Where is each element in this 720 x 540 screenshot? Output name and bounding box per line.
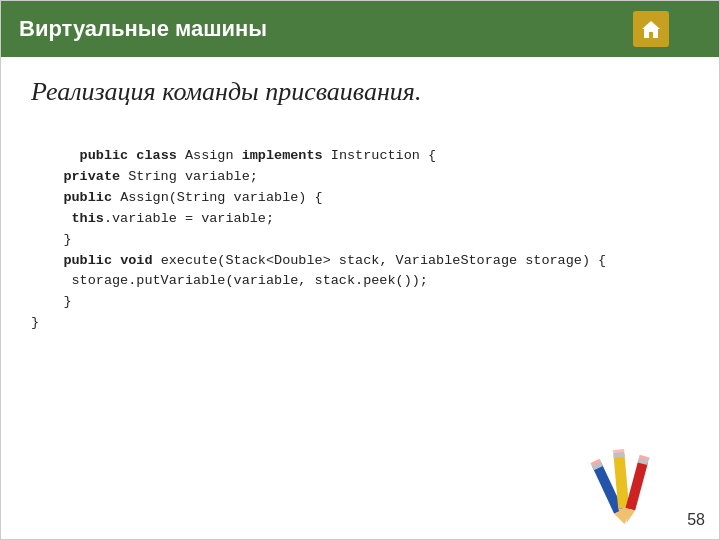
code-line-8: } [31, 294, 72, 309]
code-line-2: private String variable; [31, 169, 258, 184]
code-line-6: public void execute(Stack<Double> stack,… [31, 253, 606, 268]
header: Виртуальные машины [1, 1, 719, 57]
code-line-1: public class Assign implements Instructi… [80, 148, 437, 163]
code-line-3: public Assign(String variable) { [31, 190, 323, 205]
code-line-7: storage.putVariable(variable, stack.peek… [31, 273, 428, 288]
code-block: public class Assign implements Instructi… [31, 125, 689, 355]
slide-title: Реализация команды присваивания. [31, 77, 689, 107]
svg-marker-0 [642, 21, 660, 38]
slide: Виртуальные машины Реализация команды пр… [0, 0, 720, 540]
header-title: Виртуальные машины [19, 16, 267, 42]
page-number: 58 [687, 511, 705, 529]
code-line-4: this.variable = variable; [31, 211, 274, 226]
code-line-9: } [31, 315, 39, 330]
pencils-illustration [584, 446, 664, 521]
svg-rect-9 [625, 460, 648, 511]
code-line-5: } [31, 232, 72, 247]
home-icon [640, 19, 662, 39]
slide-content: Реализация команды присваивания. public … [1, 57, 719, 539]
pencils-svg [584, 446, 669, 526]
home-button[interactable] [633, 11, 669, 47]
